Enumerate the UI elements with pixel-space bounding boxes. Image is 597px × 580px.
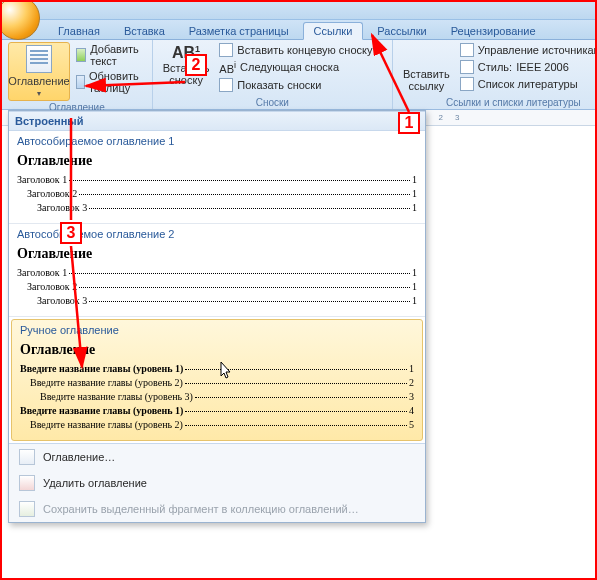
toc-heading: Оглавление bbox=[17, 246, 417, 262]
manage-sources-button[interactable]: Управление источниками bbox=[458, 42, 597, 58]
callout-1: 1 bbox=[398, 112, 420, 134]
menu-label: Оглавление… bbox=[43, 451, 115, 463]
ab-small-icon: ABi bbox=[219, 60, 236, 75]
chevron-down-icon: ▾ bbox=[37, 89, 41, 98]
menu-label: Удалить оглавление bbox=[43, 477, 147, 489]
group-footnote-label: Сноски bbox=[159, 96, 386, 108]
biblio-icon bbox=[460, 77, 474, 91]
style-value: IEEE 2006 bbox=[516, 61, 569, 73]
toc-line: Заголовок 21 bbox=[17, 187, 417, 201]
update-table-label: Обновить таблицу bbox=[89, 70, 144, 94]
ribbon-tabs: Главная Вставка Разметка страницы Ссылки… bbox=[2, 20, 595, 40]
save-icon bbox=[19, 501, 35, 517]
ruler-mark: 2 bbox=[438, 113, 442, 122]
toc-line: Введите название главы (уровень 1)1 bbox=[20, 362, 414, 376]
show-notes-button[interactable]: Показать сноски bbox=[217, 77, 385, 93]
add-text-label: Добавить текст bbox=[90, 43, 144, 67]
toc-line: Введите название главы (уровень 1)4 bbox=[20, 404, 414, 418]
insert-citation-label: Вставить ссылку bbox=[399, 68, 454, 92]
gallery-section-builtin: Встроенный bbox=[9, 111, 425, 131]
callout-3: 3 bbox=[60, 222, 82, 244]
gallery-item-auto1[interactable]: Автособираемое оглавление 1 Оглавление З… bbox=[9, 131, 425, 224]
titlebar bbox=[2, 2, 595, 20]
toc-line: Заголовок 11 bbox=[17, 173, 417, 187]
toc-line: Введите название главы (уровень 2)2 bbox=[20, 376, 414, 390]
bibliography-button[interactable]: Список литературы bbox=[458, 76, 597, 92]
toc-button[interactable]: Оглавление ▾ bbox=[8, 42, 70, 101]
toc-line: Введите название главы (уровень 2)5 bbox=[20, 418, 414, 432]
plus-icon bbox=[76, 48, 86, 62]
style-label: Стиль: bbox=[478, 61, 512, 73]
toc-gallery-dropdown: Встроенный Автособираемое оглавление 1 О… bbox=[8, 110, 426, 523]
toc-heading: Оглавление bbox=[17, 153, 417, 169]
toc-label: Оглавление bbox=[8, 75, 69, 87]
manage-sources-label: Управление источниками bbox=[478, 44, 597, 56]
tab-layout[interactable]: Разметка страницы bbox=[179, 23, 299, 39]
tab-insert[interactable]: Вставка bbox=[114, 23, 175, 39]
group-citation-label: Ссылки и списки литературы bbox=[399, 96, 597, 108]
tab-home[interactable]: Главная bbox=[48, 23, 110, 39]
endnote-icon bbox=[219, 43, 233, 57]
gallery-footer: Оглавление… Удалить оглавление Сохранить… bbox=[9, 443, 425, 522]
toc-line: Заголовок 21 bbox=[17, 280, 417, 294]
delete-icon bbox=[19, 475, 35, 491]
insert-citation-button[interactable]: Вставить ссылку bbox=[399, 42, 454, 96]
ruler-mark: 3 bbox=[455, 113, 459, 122]
manage-icon bbox=[460, 43, 474, 57]
toc-line: Заголовок 31 bbox=[17, 294, 417, 308]
next-footnote-button[interactable]: ABi Следующая сноска bbox=[217, 59, 385, 76]
insert-endnote-button[interactable]: Вставить концевую сноску bbox=[217, 42, 385, 58]
toc-line: Заголовок 31 bbox=[17, 201, 417, 215]
style-selector[interactable]: Стиль: IEEE 2006 bbox=[458, 59, 597, 75]
toc-heading: Оглавление bbox=[20, 342, 414, 358]
toc-line: Заголовок 11 bbox=[17, 266, 417, 280]
style-icon bbox=[460, 60, 474, 74]
bibliography-label: Список литературы bbox=[478, 78, 578, 90]
ribbon: Оглавление ▾ Добавить текст Обновить таб… bbox=[2, 40, 595, 110]
book-icon bbox=[415, 44, 437, 68]
document-icon bbox=[19, 449, 35, 465]
tab-mailings[interactable]: Рассылки bbox=[367, 23, 436, 39]
update-table-button[interactable]: Обновить таблицу bbox=[74, 69, 146, 95]
menu-remove-toc[interactable]: Удалить оглавление bbox=[9, 470, 425, 496]
menu-custom-toc[interactable]: Оглавление… bbox=[9, 444, 425, 470]
show-notes-icon bbox=[219, 78, 233, 92]
tab-review[interactable]: Рецензирование bbox=[441, 23, 546, 39]
menu-label: Сохранить выделенный фрагмент в коллекци… bbox=[43, 503, 359, 515]
tab-references[interactable]: Ссылки bbox=[303, 22, 364, 40]
add-text-button[interactable]: Добавить текст bbox=[74, 42, 146, 68]
show-notes-label: Показать сноски bbox=[237, 79, 321, 91]
insert-endnote-label: Вставить концевую сноску bbox=[237, 44, 372, 56]
document-icon bbox=[26, 45, 52, 73]
refresh-icon bbox=[76, 75, 85, 89]
callout-2: 2 bbox=[185, 54, 207, 76]
gallery-item-title: Ручное оглавление bbox=[20, 324, 414, 336]
toc-line: Введите название главы (уровень 3)3 bbox=[20, 390, 414, 404]
gallery-item-title: Автособираемое оглавление 1 bbox=[17, 135, 417, 147]
next-footnote-label: Следующая сноска bbox=[240, 61, 339, 73]
menu-save-selection: Сохранить выделенный фрагмент в коллекци… bbox=[9, 496, 425, 522]
gallery-item-manual[interactable]: Ручное оглавление Оглавление Введите наз… bbox=[11, 319, 423, 441]
